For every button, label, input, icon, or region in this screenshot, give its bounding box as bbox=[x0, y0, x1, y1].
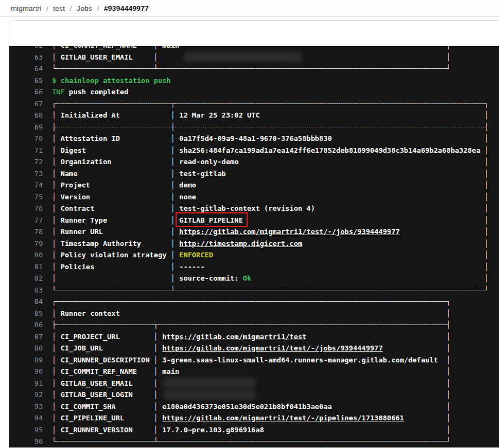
line-number[interactable]: 71 bbox=[9, 145, 52, 157]
line-number[interactable]: 90 bbox=[9, 366, 52, 378]
line-number[interactable]: 78 bbox=[9, 226, 52, 238]
line-number[interactable]: 86 bbox=[9, 319, 52, 331]
breadcrumb-separator: / bbox=[97, 4, 99, 12]
line-number[interactable]: 69 bbox=[9, 121, 52, 133]
log-link[interactable]: https://gitlab.com/migmartri1/test/-/job… bbox=[179, 226, 400, 238]
table-border: │ bbox=[484, 191, 489, 203]
table-label-cell: Attestation ID bbox=[56, 133, 171, 145]
table-label-cell: Project bbox=[56, 179, 171, 191]
table-label-cell: Contract bbox=[56, 203, 171, 215]
line-number[interactable]: 63 bbox=[9, 51, 52, 63]
table-border: │ bbox=[446, 424, 451, 436]
line-number[interactable]: 75 bbox=[9, 191, 52, 203]
log-text: INF bbox=[52, 86, 64, 98]
table-border: │ bbox=[52, 389, 56, 401]
table-value-cell: main bbox=[158, 46, 446, 51]
table-border: └╌╌╌╌╌╌╌╌╌╌╌╌╌╌╌╌╌╌╌╌╌╌╌┴╌╌╌╌╌╌╌╌╌╌╌╌╌╌╌… bbox=[52, 436, 451, 447]
table-border: │ bbox=[52, 378, 56, 389]
log-line-67: 67┌╌╌╌╌╌╌╌╌╌╌╌╌╌╌╌╌╌╌╌╌╌╌╌╌╌╌╌┬╌╌╌╌╌╌╌╌╌… bbox=[9, 98, 499, 110]
table-border: │ bbox=[446, 331, 451, 343]
log-text bbox=[175, 249, 179, 261]
table-border: │ bbox=[52, 308, 56, 320]
breadcrumb-item-test[interactable]: test bbox=[53, 4, 65, 12]
table-border: │ bbox=[484, 215, 489, 226]
line-number[interactable]: 76 bbox=[9, 203, 52, 215]
log-text bbox=[158, 412, 163, 424]
line-number[interactable]: 72 bbox=[9, 156, 52, 168]
line-number[interactable]: 92 bbox=[9, 389, 52, 401]
breadcrumb-nav: migmartri/test/Jobs/#9394449977 bbox=[11, 4, 148, 12]
line-number[interactable]: 96 bbox=[9, 436, 52, 447]
table-label-cell: Timestamp Authority bbox=[56, 238, 171, 250]
table-value-cell: ------ bbox=[175, 261, 484, 273]
table-border: │ bbox=[446, 308, 451, 320]
line-number[interactable]: 81 bbox=[9, 261, 52, 273]
log-link[interactable]: https://gitlab.com/migmartri1/test bbox=[163, 331, 307, 343]
log-text bbox=[175, 238, 179, 250]
log-line-64: 64└╌╌╌╌╌╌╌╌╌╌╌╌╌╌╌╌╌╌╌╌╌╌╌┴╌╌╌╌╌╌╌╌╌╌╌╌╌… bbox=[9, 63, 499, 75]
line-number[interactable]: 95 bbox=[9, 424, 52, 436]
line-number[interactable]: 93 bbox=[9, 401, 52, 413]
log-text: push completed bbox=[64, 86, 128, 98]
table-label-cell: Runner URL bbox=[56, 226, 171, 238]
line-number[interactable]: 88 bbox=[9, 342, 52, 354]
line-number[interactable]: 82 bbox=[9, 272, 52, 284]
table-border: │ bbox=[484, 249, 489, 261]
job-panel: 62│ CI_COMMIT_REF_NAME │ main │63│ GITLA… bbox=[9, 20, 499, 448]
table-border: │ bbox=[52, 156, 56, 168]
table-border: │ bbox=[484, 145, 489, 157]
table-border: │ bbox=[484, 203, 489, 215]
line-number[interactable]: 80 bbox=[9, 249, 52, 261]
table-label-cell: Version bbox=[56, 191, 171, 203]
line-number[interactable]: 70 bbox=[9, 133, 52, 145]
table-border: ┌╌╌╌╌╌╌╌╌╌╌╌╌╌╌╌╌╌╌╌╌╌╌╌╌╌╌╌┬╌╌╌╌╌╌╌╌╌╌╌… bbox=[52, 98, 489, 110]
line-number[interactable]: 62 bbox=[9, 46, 52, 51]
table-value-cell: test-gitlab bbox=[175, 168, 484, 180]
log-text bbox=[175, 215, 179, 226]
log-text bbox=[175, 226, 179, 238]
line-number[interactable]: 83 bbox=[9, 284, 52, 296]
table-border: │ bbox=[154, 354, 158, 366]
line-number[interactable]: 94 bbox=[9, 412, 52, 424]
line-number[interactable]: 65 bbox=[9, 75, 52, 87]
line-number[interactable]: 79 bbox=[9, 238, 52, 250]
table-value-cell: e180a0d436373e051e30d5e021b8bf041b3ae0aa bbox=[158, 401, 446, 413]
log-line-75: 75│ Version │ none │ bbox=[9, 191, 499, 203]
table-label-cell: CI_PROJECT_URL bbox=[56, 331, 154, 343]
table-border: │ bbox=[52, 354, 56, 366]
log-line-82: 82│ │ source-commit: Ok │ bbox=[9, 272, 499, 284]
line-number[interactable]: 89 bbox=[9, 354, 52, 366]
log-line-91: 91│ GITLAB_USER_EMAIL │ │ bbox=[9, 378, 499, 389]
line-number[interactable]: 84 bbox=[9, 296, 52, 308]
line-number[interactable]: 87 bbox=[9, 331, 52, 343]
line-number[interactable]: 66 bbox=[9, 86, 52, 98]
table-border: │ bbox=[171, 238, 175, 250]
log-link[interactable]: http://timestamp.digicert.com bbox=[179, 238, 302, 250]
breadcrumb-item-9394449977: #9394449977 bbox=[104, 4, 149, 12]
line-number[interactable]: 85 bbox=[9, 308, 52, 320]
line-number[interactable]: 73 bbox=[9, 168, 52, 180]
line-number[interactable]: 67 bbox=[9, 98, 52, 110]
log-line-89: 89│ CI_RUNNER_DESCRIPTION │ 3-green.saas… bbox=[9, 354, 499, 366]
log-link[interactable]: https://gitlab.com/migmartri1/test/-/pip… bbox=[163, 412, 404, 424]
table-border: │ bbox=[446, 342, 451, 354]
line-number[interactable]: 74 bbox=[9, 179, 52, 191]
table-border: │ bbox=[484, 179, 489, 191]
table-border: │ bbox=[484, 238, 489, 250]
line-number[interactable]: 77 bbox=[9, 215, 52, 226]
log-text bbox=[158, 51, 184, 63]
log-line-70: 70│ Attestation ID │ 0a17f5d4-09a9-48a1-… bbox=[9, 133, 499, 145]
table-border: │ bbox=[446, 366, 451, 378]
table-label-cell: CI_COMMIT_REF_NAME bbox=[56, 366, 154, 378]
line-number[interactable]: 68 bbox=[9, 109, 52, 121]
table-label-cell: CI_RUNNER_VERSION bbox=[56, 424, 154, 436]
table-label-cell: GITLAB_USER_EMAIL bbox=[56, 378, 154, 389]
table-border: │ bbox=[484, 272, 489, 284]
breadcrumb-item-jobs[interactable]: Jobs bbox=[77, 4, 93, 12]
table-border: │ bbox=[446, 354, 451, 366]
line-number[interactable]: 91 bbox=[9, 378, 52, 389]
line-number[interactable]: 64 bbox=[9, 63, 52, 75]
log-link[interactable]: https://gitlab.com/migmartri1/test/-/job… bbox=[163, 342, 383, 354]
breadcrumb-item-migmartri[interactable]: migmartri bbox=[11, 4, 41, 12]
table-label-cell: GITLAB_USER_LOGIN bbox=[56, 389, 154, 401]
